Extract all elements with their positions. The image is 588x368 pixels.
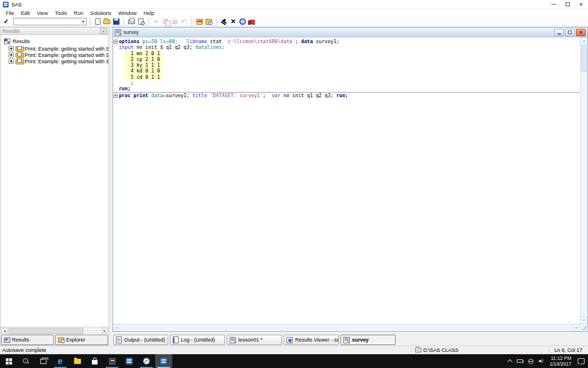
clock-date: 1/14/2017 [550, 361, 571, 367]
results-tree-root[interactable]: Results [4, 38, 109, 45]
code-token: data= [151, 93, 166, 98]
child-close-button[interactable]: ✕ [576, 29, 586, 36]
save-button[interactable] [112, 18, 120, 26]
task-view-button[interactable] [34, 354, 52, 368]
minimize-button[interactable] [547, 0, 560, 9]
help-info-icon: ! [239, 18, 246, 25]
chevron-down-icon[interactable] [80, 18, 86, 25]
window-tab-output-untitled[interactable]: Output - (Untitled) [113, 335, 168, 345]
undo-button[interactable]: ↶ [180, 18, 188, 26]
open-button[interactable] [103, 18, 111, 26]
edge-button[interactable]: e [52, 354, 69, 368]
menu-item-file[interactable]: File [2, 10, 18, 16]
results-tree-item[interactable]: Print: Example: getting started with SAS [4, 45, 109, 52]
sas-guide-icon [143, 358, 150, 365]
scroll-up-icon[interactable]: ▲ [581, 37, 587, 44]
sas-guide-button[interactable] [138, 354, 155, 368]
child-restore-button[interactable] [565, 29, 575, 36]
command-input[interactable] [13, 18, 87, 25]
scrollbar-thumb[interactable] [581, 45, 587, 72]
window-tab-log-untitled[interactable]: Log - (Untitled) [170, 335, 225, 345]
copy-button[interactable] [161, 18, 169, 26]
menu-item-tools[interactable]: Tools [51, 10, 70, 16]
cut-button[interactable]: ✂ [152, 18, 160, 26]
new-document-button[interactable] [94, 18, 102, 26]
paste-icon: ▤ [172, 18, 177, 25]
tab-explorer[interactable]: Explorer [55, 335, 108, 345]
maximize-button[interactable] [560, 0, 574, 9]
battery-icon[interactable] [517, 359, 523, 363]
code-editor[interactable]: options ps=58 ls=80; libname stat 'c:\ls… [113, 39, 580, 324]
expand-plus-icon[interactable] [9, 59, 14, 64]
sas-icon [126, 358, 133, 365]
store-icon [92, 360, 98, 365]
results-tree-item[interactable]: Print: Example: getting started with SAS… [4, 58, 109, 64]
code-token: proc print [119, 93, 151, 98]
print-button[interactable] [127, 18, 136, 26]
close-button[interactable]: ✕ [574, 0, 588, 9]
action-center-icon[interactable] [578, 358, 585, 364]
scroll-right-icon[interactable]: ► [102, 328, 108, 334]
code-token: survey1; [313, 39, 339, 44]
print-preview-button[interactable] [137, 18, 145, 26]
break-icon: ✕ [231, 18, 236, 25]
scroll-left-icon[interactable]: ◄ [113, 324, 120, 331]
code-token: run; [119, 86, 130, 91]
cut-icon: ✂ [154, 18, 158, 25]
task-view-icon [40, 359, 47, 364]
menu-item-view[interactable]: View [33, 10, 51, 16]
menu-item-solutions[interactable]: Solutions [87, 10, 115, 16]
chevron-up-icon[interactable] [508, 359, 512, 364]
window-tab-results-viewer-sashtml[interactable]: Results Viewer - sashtml [284, 335, 339, 345]
code-token: no init $ q1 q2 q3; [134, 44, 195, 50]
panel-close-button[interactable]: ✕ [100, 28, 107, 34]
taskbar-clock[interactable]: 11:12 PM 1/14/2017 [550, 355, 571, 367]
help-button[interactable]: ! [238, 18, 246, 26]
sas-taskbar-button[interactable] [121, 354, 138, 368]
results-tree[interactable]: Results Print: Example: getting started … [1, 35, 109, 327]
file-explorer-button[interactable] [69, 354, 86, 368]
results-horizontal-scrollbar[interactable]: ◄ ► [1, 327, 109, 334]
editor-vertical-scrollbar[interactable]: ▲ ▼ [580, 37, 587, 324]
survey-window-titlebar[interactable]: survey ✕ [113, 28, 587, 37]
break-button[interactable]: ✕ [229, 18, 237, 26]
tab-results[interactable]: Results [1, 335, 54, 345]
editor-horizontal-scrollbar[interactable]: ◄ ► [113, 324, 580, 331]
expand-plus-icon[interactable] [9, 52, 14, 57]
window-tab-survey[interactable]: survey [341, 335, 396, 345]
network-icon[interactable] [528, 359, 533, 364]
expand-plus-icon[interactable] [9, 46, 14, 51]
cursor-position: Ln 6, Col 17 [549, 347, 582, 353]
new-library-button[interactable] [195, 18, 203, 26]
code-token: 'DATASET: survey1' [210, 93, 263, 98]
menu-item-help[interactable]: Help [140, 10, 158, 16]
volume-icon[interactable] [539, 359, 544, 364]
scroll-down-icon[interactable]: ▼ [581, 317, 587, 324]
search-button[interactable] [17, 354, 34, 368]
menu-item-window[interactable]: Window [115, 10, 140, 16]
results-root-icon [4, 39, 10, 44]
paste-button[interactable]: ▤ [171, 18, 179, 26]
sas-active-button[interactable] [155, 354, 172, 368]
store-button[interactable] [86, 354, 103, 368]
menu-item-edit[interactable]: Edit [18, 10, 34, 16]
books-button[interactable] [247, 18, 256, 26]
results-tree-item[interactable]: Print: Example: getting started with SAS [4, 52, 109, 58]
child-minimize-button[interactable] [554, 29, 564, 36]
scroll-right-icon[interactable]: ► [573, 324, 580, 331]
app-button[interactable] [103, 354, 121, 368]
submit-button[interactable] [220, 18, 228, 26]
code-fold-icon[interactable] [114, 94, 118, 98]
window-title: SAS [11, 2, 22, 7]
scroll-left-icon[interactable]: ◄ [1, 328, 7, 334]
explorer-button[interactable] [204, 18, 212, 26]
toolbar: ✓ ✂ ▤ ↶ ✕ ! [0, 17, 588, 27]
resize-grip[interactable] [580, 324, 587, 331]
code-fold-icon[interactable] [114, 40, 118, 44]
window-tab-lesson01[interactable]: lesson01 * [227, 335, 282, 345]
code-token: stat [207, 39, 225, 44]
scrollbar-thumb[interactable] [9, 328, 83, 334]
start-button[interactable] [0, 354, 17, 368]
menu-item-run[interactable]: Run [70, 10, 87, 16]
app-icon [109, 358, 115, 365]
